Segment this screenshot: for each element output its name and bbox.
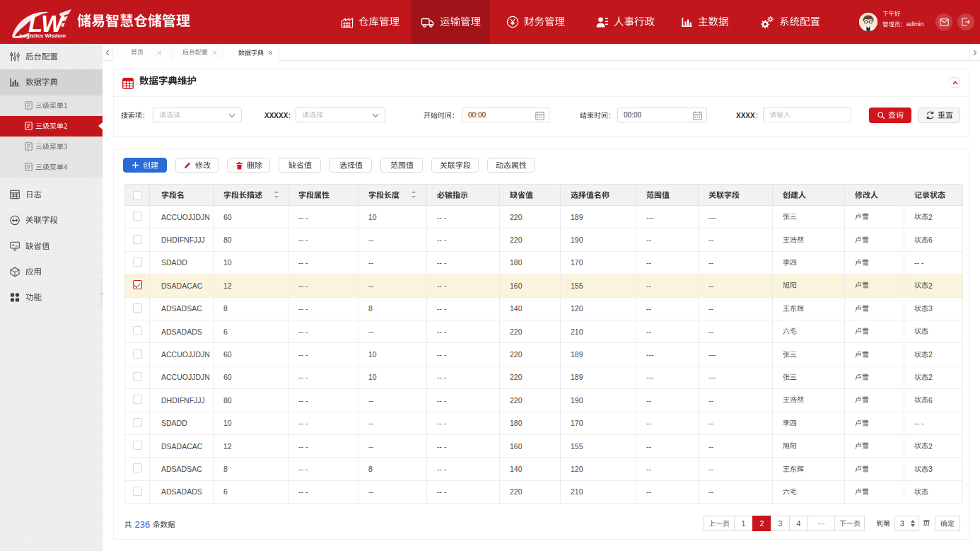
svg-text:Logistics Wisdom: Logistics Wisdom [20,33,66,39]
